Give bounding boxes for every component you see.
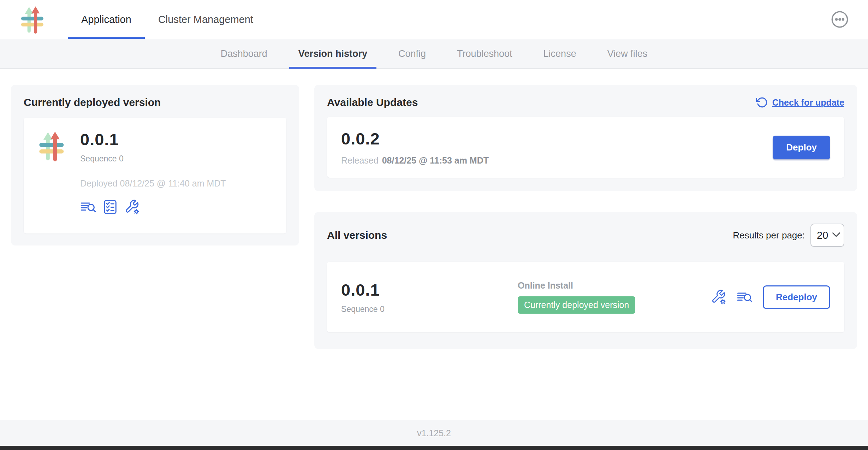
footer: v1.125.2: [0, 420, 868, 446]
update-version-number: 0.0.2: [341, 129, 489, 148]
top-tabs: Application Cluster Management: [68, 0, 267, 39]
results-per-page-label: Results per page:: [733, 230, 805, 241]
app-logo: [20, 4, 49, 35]
app-logo-small: [38, 130, 70, 162]
install-type-label: Online Install: [518, 280, 711, 291]
row-version-number: 0.0.1: [341, 280, 518, 300]
main-content: Currently deployed version 0.0.1 Sequenc…: [0, 69, 868, 420]
results-per-page-select[interactable]: 20: [810, 224, 844, 247]
currently-deployed-badge: Currently deployed version: [518, 296, 635, 314]
deploy-button[interactable]: Deploy: [773, 136, 830, 159]
deployed-version-panel: 0.0.1 Sequence 0 Deployed 08/12/25 @ 11:…: [24, 118, 286, 233]
logs-icon[interactable]: [737, 290, 753, 304]
subnav-license[interactable]: License: [528, 39, 592, 69]
subnav-troubleshoot[interactable]: Troubleshoot: [441, 39, 528, 69]
app-logo-icon: [38, 130, 70, 162]
subnav-config[interactable]: Config: [383, 39, 441, 69]
currently-deployed-title: Currently deployed version: [24, 96, 286, 108]
subnav-version-history[interactable]: Version history: [283, 39, 383, 69]
deployed-version-number: 0.0.1: [80, 130, 226, 149]
available-updates-title: Available Updates: [327, 96, 418, 108]
row-sequence: Sequence 0: [341, 304, 518, 314]
available-updates-card: Available Updates Check for update 0.0.2…: [314, 85, 857, 191]
tab-cluster-management[interactable]: Cluster Management: [145, 0, 267, 39]
console-version: v1.125.2: [417, 428, 451, 438]
preflight-checklist-icon[interactable]: [103, 200, 117, 214]
top-navigation-bar: Application Cluster Management: [0, 0, 868, 39]
deployed-timestamp: Deployed 08/12/25 @ 11:40 am MDT: [80, 178, 226, 189]
refresh-icon: [756, 96, 768, 108]
check-for-update-link[interactable]: Check for update: [756, 96, 844, 108]
subnav-dashboard[interactable]: Dashboard: [205, 39, 283, 69]
application-subnav: Dashboard Version history Config Trouble…: [0, 39, 868, 69]
version-row: 0.0.1 Sequence 0 Online Install Currentl…: [327, 262, 844, 332]
check-for-update-label: Check for update: [772, 97, 844, 108]
config-wrench-icon[interactable]: [711, 289, 727, 305]
all-versions-title: All versions: [327, 229, 387, 241]
deployed-sequence: Sequence 0: [80, 154, 226, 164]
update-row: 0.0.2 Released08/12/25 @ 11:53 am MDT De…: [327, 117, 844, 178]
ellipsis-circle-icon: [831, 10, 849, 29]
update-released-line: Released08/12/25 @ 11:53 am MDT: [341, 155, 489, 166]
logs-icon[interactable]: [80, 200, 96, 214]
bottom-edge-strip: [0, 446, 868, 450]
all-versions-card: All versions Results per page: 20 0.: [314, 212, 857, 349]
currently-deployed-card: Currently deployed version 0.0.1 Sequenc…: [11, 85, 299, 245]
tab-application[interactable]: Application: [68, 0, 145, 39]
released-label: Released: [341, 155, 379, 165]
redeploy-button[interactable]: Redeploy: [763, 285, 830, 309]
released-timestamp: 08/12/25 @ 11:53 am MDT: [382, 155, 489, 165]
config-wrench-icon[interactable]: [124, 199, 140, 215]
app-logo-icon: [20, 5, 49, 34]
overflow-menu-button[interactable]: [831, 10, 849, 29]
subnav-view-files[interactable]: View files: [592, 39, 663, 69]
